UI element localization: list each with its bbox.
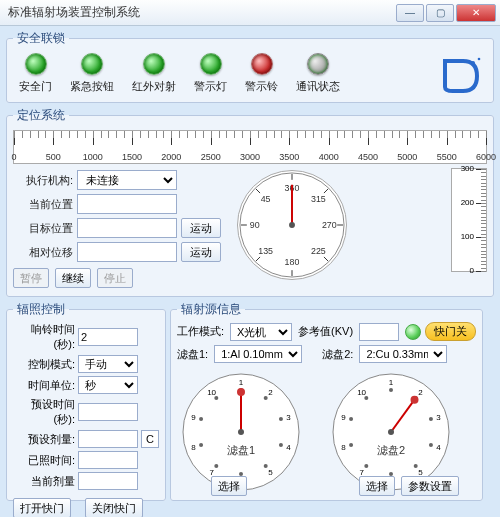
vertical-scale: 0100200300: [451, 168, 487, 272]
shutter-status-label: 快门关: [425, 322, 476, 341]
window-title: 标准辐射场装置控制系统: [8, 4, 396, 21]
move-target-button[interactable]: 运动: [181, 218, 221, 238]
preset-time-input[interactable]: [78, 403, 138, 421]
relative-pos-label: 相对位移: [13, 245, 73, 260]
shutter-status-pill: 快门关: [405, 322, 476, 341]
svg-point-34: [214, 464, 218, 468]
svg-text:滤盘2: 滤盘2: [377, 444, 405, 456]
ref-value-label: 参考值(KV): [298, 324, 353, 339]
safety-led-0: 安全门: [19, 53, 52, 94]
svg-point-55: [414, 464, 418, 468]
svg-text:8: 8: [191, 443, 196, 452]
ref-value-input[interactable]: [359, 323, 399, 341]
svg-point-63: [349, 417, 353, 421]
led-label: 安全门: [19, 79, 52, 94]
open-shutter-button[interactable]: 打开快门: [13, 498, 71, 517]
svg-point-43: [237, 388, 245, 396]
window-buttons: — ▢ ✕: [396, 4, 496, 22]
svg-point-38: [199, 417, 203, 421]
safety-led-2: 红外对射: [132, 53, 176, 94]
svg-point-1: [478, 57, 481, 60]
preset-dose-input[interactable]: [78, 430, 138, 448]
target-pos-label: 目标位置: [13, 221, 73, 236]
pause-button[interactable]: 暂停: [13, 268, 49, 288]
maximize-button[interactable]: ▢: [426, 4, 454, 22]
stop-button[interactable]: 停止: [97, 268, 133, 288]
time-unit-select[interactable]: 秒: [78, 376, 138, 394]
svg-text:2: 2: [418, 388, 423, 397]
time-unit-label: 时间单位:: [13, 378, 75, 393]
svg-text:45: 45: [261, 194, 271, 204]
svg-point-20: [289, 222, 295, 228]
ruler[interactable]: 0500100015002000250030003500400045005000…: [13, 130, 487, 164]
led-icon: [81, 53, 103, 75]
svg-text:2: 2: [268, 388, 273, 397]
preset-time-label: 预设时间(秒):: [13, 397, 75, 427]
params-button[interactable]: 参数设置: [401, 476, 459, 496]
work-mode-select[interactable]: X光机: [230, 323, 292, 341]
led-icon: [307, 53, 329, 75]
logo-icon: [439, 55, 483, 93]
svg-text:270: 270: [322, 220, 337, 230]
relative-pos-input[interactable]: [77, 242, 177, 262]
svg-text:135: 135: [258, 246, 273, 256]
target-pos-input[interactable]: [77, 218, 177, 238]
svg-point-53: [429, 443, 433, 447]
cur-dose-label: 当前剂量: [13, 474, 75, 489]
ctrl-mode-select[interactable]: 手动: [78, 355, 138, 373]
led-icon: [200, 53, 222, 75]
svg-point-24: [264, 396, 268, 400]
safety-led-1: 紧急按钮: [70, 53, 114, 94]
filter1-label: 滤盘1:: [177, 347, 208, 362]
current-pos-input[interactable]: [77, 194, 177, 214]
svg-text:10: 10: [207, 388, 216, 397]
filter2-select[interactable]: 2:Cu 0.33mm: [359, 345, 447, 363]
svg-point-68: [411, 396, 419, 404]
dose-unit: C: [141, 430, 159, 448]
led-label: 红外对射: [132, 79, 176, 94]
resume-button[interactable]: 继续: [55, 268, 91, 288]
svg-point-0: [471, 61, 475, 65]
ctrl-mode-label: 控制模式:: [13, 357, 75, 372]
elapsed-input[interactable]: [78, 451, 138, 469]
filter1-select[interactable]: 1:Al 0.10mm: [214, 345, 302, 363]
positioning-legend: 定位系统: [13, 107, 69, 124]
svg-point-28: [279, 443, 283, 447]
led-label: 警示灯: [194, 79, 227, 94]
svg-point-40: [214, 396, 218, 400]
cur-dose-input[interactable]: [78, 472, 138, 490]
svg-point-47: [389, 388, 393, 392]
svg-point-30: [264, 464, 268, 468]
current-pos-label: 当前位置: [13, 197, 73, 212]
filter-dial-2: 12345678910滤盘2: [331, 372, 451, 492]
svg-text:4: 4: [286, 443, 291, 452]
ring-time-input[interactable]: [78, 328, 138, 346]
move-relative-button[interactable]: 运动: [181, 242, 221, 262]
select-filter1-button[interactable]: 选择: [211, 476, 247, 496]
preset-dose-label: 预设剂量:: [13, 432, 75, 447]
close-button[interactable]: ✕: [456, 4, 496, 22]
led-icon: [143, 53, 165, 75]
select-filter2-button[interactable]: 选择: [359, 476, 395, 496]
minimize-button[interactable]: —: [396, 4, 424, 22]
filter-dial-1: 12345678910滤盘1: [181, 372, 301, 492]
svg-text:3: 3: [436, 413, 441, 422]
svg-text:180: 180: [285, 257, 300, 267]
svg-text:滤盘1: 滤盘1: [227, 444, 255, 456]
close-shutter-button[interactable]: 关闭快门: [85, 498, 143, 517]
positioning-fieldset: 定位系统 05001000150020002500300035004000450…: [6, 107, 494, 297]
svg-text:9: 9: [341, 413, 346, 422]
svg-point-44: [238, 429, 244, 435]
svg-text:9: 9: [191, 413, 196, 422]
irradiation-fieldset: 辐照控制 响铃时间(秒): 控制模式: 手动 时间单位: 秒 预设时间(秒): …: [6, 301, 166, 501]
actuator-select[interactable]: 未连接: [77, 170, 177, 190]
svg-point-26: [279, 417, 283, 421]
safety-led-4: 警示铃: [245, 53, 278, 94]
svg-text:8: 8: [341, 443, 346, 452]
safety-led-5: 通讯状态: [296, 53, 340, 94]
svg-point-69: [388, 429, 394, 435]
svg-point-36: [199, 443, 203, 447]
svg-text:5: 5: [268, 468, 273, 477]
title-bar: 标准辐射场装置控制系统 — ▢ ✕: [0, 0, 500, 26]
led-icon: [25, 53, 47, 75]
